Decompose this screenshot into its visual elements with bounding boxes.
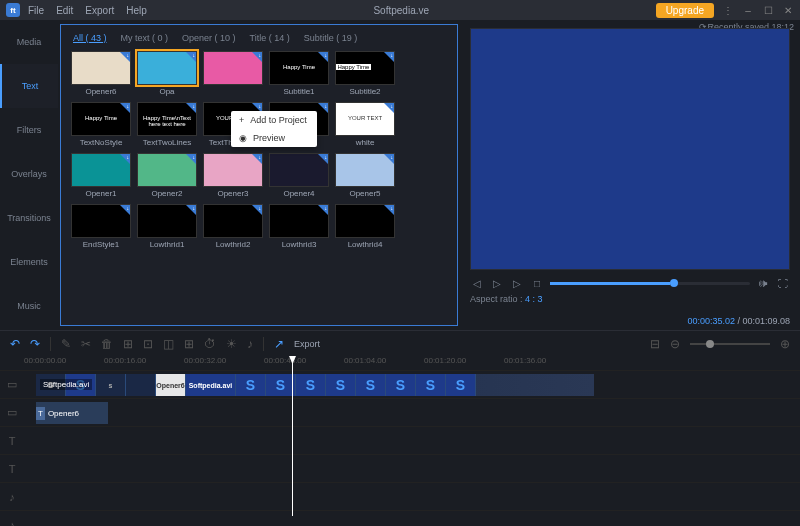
sidebar-item-music[interactable]: Music: [0, 284, 58, 328]
thumb-item[interactable]: Opener3: [203, 153, 263, 198]
sidebar-item-media[interactable]: Media: [0, 20, 58, 64]
download-icon[interactable]: [120, 103, 130, 113]
maximize-icon[interactable]: ☐: [762, 4, 774, 16]
fullscreen-icon[interactable]: ⛶: [776, 276, 790, 290]
download-icon[interactable]: [186, 103, 196, 113]
cut-icon[interactable]: ✂: [81, 337, 91, 351]
edit-icon[interactable]: ✎: [61, 337, 71, 351]
time-display: 00:00:35.02 / 00:01:09.08: [687, 316, 790, 326]
thumb-item[interactable]: EndStyle1: [71, 204, 131, 249]
download-icon[interactable]: [384, 154, 394, 164]
ctx-preview[interactable]: ◉Preview: [231, 129, 317, 147]
prev-button[interactable]: ◁: [470, 276, 484, 290]
speed-icon[interactable]: ⏱: [204, 337, 216, 351]
volume-icon[interactable]: 🕪: [756, 276, 770, 290]
delete-icon[interactable]: 🗑: [101, 337, 113, 351]
fit-icon[interactable]: ⊟: [650, 337, 660, 351]
thumb-item[interactable]: Opener4: [269, 153, 329, 198]
ctx-add-to-project[interactable]: +Add to Project: [231, 111, 317, 129]
tab-title[interactable]: Title ( 14 ): [250, 33, 290, 43]
audio-icon[interactable]: ♪: [247, 337, 253, 351]
tool4-icon[interactable]: ☀: [226, 337, 237, 351]
audio2-track-icon[interactable]: ♪: [0, 519, 24, 527]
download-icon[interactable]: [318, 205, 328, 215]
thumb-label: Opener4: [269, 189, 329, 198]
menu-edit[interactable]: Edit: [56, 5, 73, 16]
download-icon[interactable]: [318, 154, 328, 164]
close-icon[interactable]: ✕: [782, 4, 794, 16]
download-icon[interactable]: [120, 52, 130, 62]
download-icon[interactable]: [384, 52, 394, 62]
settings-icon[interactable]: ⋮: [722, 4, 734, 16]
thumb-item[interactable]: Opener5: [335, 153, 395, 198]
zoom-slider[interactable]: [690, 343, 770, 345]
redo-button[interactable]: ↷: [30, 337, 40, 351]
download-icon[interactable]: [120, 205, 130, 215]
thumb-item[interactable]: [203, 51, 263, 96]
download-icon[interactable]: [318, 103, 328, 113]
audio-track-icon[interactable]: ♪: [0, 491, 24, 503]
sidebar-item-transitions[interactable]: Transitions: [0, 196, 58, 240]
tool-icon[interactable]: ⊞: [123, 337, 133, 351]
play-button[interactable]: ▷: [490, 276, 504, 290]
export-icon[interactable]: ↗: [274, 337, 284, 351]
download-icon[interactable]: [186, 154, 196, 164]
progress-bar[interactable]: [550, 282, 750, 285]
crop-icon[interactable]: ◫: [163, 337, 174, 351]
sidebar-item-text[interactable]: Text: [0, 64, 58, 108]
thumb-item[interactable]: Lowthrid3: [269, 204, 329, 249]
sidebar-item-filters[interactable]: Filters: [0, 108, 58, 152]
download-icon[interactable]: [120, 154, 130, 164]
thumb-item[interactable]: Opa: [137, 51, 197, 96]
zoom-in-icon[interactable]: ⊕: [780, 337, 790, 351]
download-icon[interactable]: [252, 154, 262, 164]
menu-export[interactable]: Export: [85, 5, 114, 16]
thumb-item[interactable]: Happy TimeSubtitle1: [269, 51, 329, 96]
zoom-out-icon[interactable]: ⊖: [670, 337, 680, 351]
thumb-item[interactable]: YOUR TEXTwhite: [335, 102, 395, 147]
thumb-item[interactable]: Lowthrid2: [203, 204, 263, 249]
thumb-item[interactable]: Opener6: [71, 51, 131, 96]
text-track-icon[interactable]: ▭: [0, 406, 24, 419]
minimize-icon[interactable]: –: [742, 4, 754, 16]
download-icon[interactable]: [318, 52, 328, 62]
tab-my-text[interactable]: My text ( 0 ): [121, 33, 169, 43]
app-logo: ft: [6, 3, 20, 17]
menu-file[interactable]: File: [28, 5, 44, 16]
text-clip[interactable]: T Opener6: [36, 402, 108, 424]
download-icon[interactable]: [186, 205, 196, 215]
video-track-icon[interactable]: ▭: [0, 378, 24, 391]
download-icon[interactable]: [384, 205, 394, 215]
tab-opener[interactable]: Opener ( 10 ): [182, 33, 236, 43]
thumb-label: EndStyle1: [71, 240, 131, 249]
export-button[interactable]: Export: [294, 339, 320, 349]
menu-help[interactable]: Help: [126, 5, 147, 16]
playhead[interactable]: [292, 356, 293, 516]
thumb-label: TextTwoLines: [137, 138, 197, 147]
thumb-item[interactable]: Happy TimeSubtitle2: [335, 51, 395, 96]
thumb-item[interactable]: Opener1: [71, 153, 131, 198]
download-icon[interactable]: [252, 205, 262, 215]
stop-button[interactable]: □: [530, 276, 544, 290]
tool3-icon[interactable]: ⊞: [184, 337, 194, 351]
thumb-item[interactable]: Opener2: [137, 153, 197, 198]
upgrade-button[interactable]: Upgrade: [656, 3, 714, 18]
download-icon[interactable]: [186, 52, 196, 62]
tab-subtitle[interactable]: Subtitle ( 19 ): [304, 33, 358, 43]
video-clip[interactable]: S S s Opener6 Softpedia.avi SSS SSS SS: [36, 374, 594, 396]
sidebar-item-elements[interactable]: Elements: [0, 240, 58, 284]
text2-track-icon[interactable]: T: [0, 435, 24, 447]
thumb-item[interactable]: Lowthrid1: [137, 204, 197, 249]
download-icon[interactable]: [384, 103, 394, 113]
thumb-label: Opa: [137, 87, 197, 96]
next-button[interactable]: ▷: [510, 276, 524, 290]
text3-track-icon[interactable]: T: [0, 463, 24, 475]
tool2-icon[interactable]: ⊡: [143, 337, 153, 351]
download-icon[interactable]: [252, 52, 262, 62]
tab-all[interactable]: All ( 43 ): [73, 33, 107, 43]
thumb-item[interactable]: Happy Time\nText here text hereTextTwoLi…: [137, 102, 197, 147]
undo-button[interactable]: ↶: [10, 337, 20, 351]
thumb-item[interactable]: Lowthrid4: [335, 204, 395, 249]
thumb-item[interactable]: Happy TimeTextNoStyle: [71, 102, 131, 147]
sidebar-item-overlays[interactable]: Overlays: [0, 152, 58, 196]
